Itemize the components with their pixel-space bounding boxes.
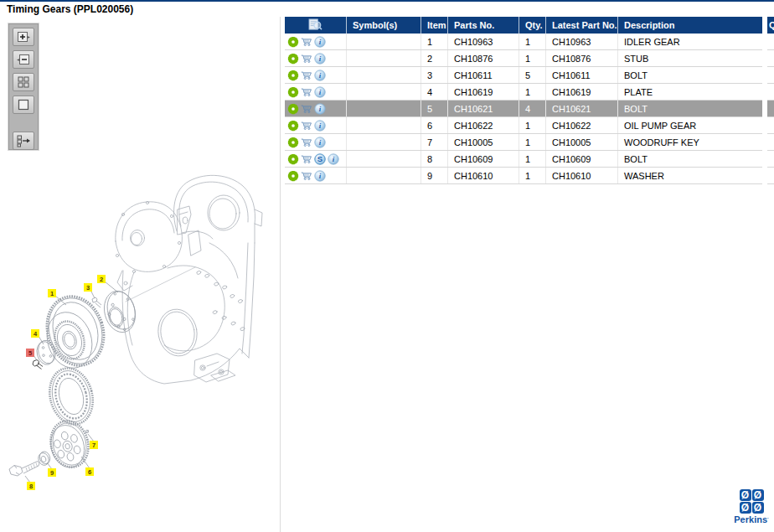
header-description[interactable]: Description <box>618 17 762 34</box>
clipped-column: Q <box>767 17 774 184</box>
item-cell: 7 <box>421 134 448 150</box>
info-icon[interactable]: i <box>314 53 326 65</box>
table-row[interactable]: Si8CH106091CH10609BOLT <box>285 151 762 168</box>
callout-balloon-6[interactable]: 6 <box>85 467 94 476</box>
clipped-cell <box>767 50 774 67</box>
idler-gear-drawing <box>39 289 113 374</box>
header-symbols[interactable]: Symbol(s) <box>347 17 421 34</box>
clipped-cell <box>767 134 774 151</box>
latest-part-no-cell: CH10621 <box>546 101 618 116</box>
header-qty[interactable]: Qty. <box>519 17 546 34</box>
item-cell: 1 <box>421 34 448 49</box>
parts-table-body: i1CH109631CH10963IDLER GEARi2CH108761CH1… <box>285 34 762 184</box>
timing-case-drawing <box>116 175 262 384</box>
logo-wordmark: Perkins. <box>734 514 769 524</box>
latest-part-no-cell: CH10619 <box>546 84 618 100</box>
callout-balloon-8[interactable]: 8 <box>27 482 35 490</box>
cart-icon[interactable] <box>301 137 312 148</box>
description-cell: BOLT <box>618 151 762 167</box>
table-row[interactable]: i7CH100051CH10005WOODRUFF KEY <box>285 134 762 151</box>
info-icon[interactable]: i <box>314 120 326 132</box>
callout-balloon-4[interactable]: 4 <box>31 329 39 338</box>
callout-balloon-3[interactable]: 3 <box>84 283 92 292</box>
cart-icon[interactable] <box>301 86 312 98</box>
clipped-cell <box>767 117 774 134</box>
table-row[interactable]: i5CH106214CH10621BOLT <box>285 101 762 117</box>
gear-icon[interactable] <box>287 137 299 148</box>
logo-glyph-icon: Ø <box>740 489 751 501</box>
cart-icon[interactable] <box>301 36 312 48</box>
info-icon[interactable]: i <box>328 153 339 165</box>
symbol-cell <box>347 67 421 83</box>
perkins-logo: Ø Ø Ø Ø Perkins. <box>734 489 769 524</box>
export-list-button[interactable] <box>13 132 34 150</box>
cart-icon[interactable] <box>301 103 312 115</box>
header-parts-no[interactable]: Parts No. <box>448 17 519 34</box>
info-icon[interactable]: i <box>314 86 326 98</box>
clipped-cell <box>767 151 774 168</box>
fit-view-button[interactable] <box>13 96 34 114</box>
gear-icon[interactable] <box>287 70 299 81</box>
callout-balloon-2[interactable]: 2 <box>97 275 106 283</box>
table-row[interactable]: i9CH106101CH10610WASHER <box>285 168 762 184</box>
parts-no-cell: CH10963 <box>448 34 519 49</box>
callout-balloon-9[interactable]: 9 <box>48 468 56 477</box>
gear-icon[interactable] <box>287 36 299 48</box>
callout-balloon-1[interactable]: 1 <box>48 289 56 297</box>
page-title: Timing Gears (PPL020056) <box>7 3 133 15</box>
row-action-icons: i <box>285 67 347 83</box>
clipped-column-body <box>767 34 774 184</box>
cart-icon[interactable] <box>301 53 312 65</box>
item-cell: 9 <box>421 168 448 183</box>
parts-table: Symbol(s) Item Parts No. Qty. Latest Par… <box>285 17 762 184</box>
woodruff-key-drawing <box>85 430 88 432</box>
cart-icon[interactable] <box>301 70 312 81</box>
callout-balloon-5[interactable]: 5 <box>26 349 34 357</box>
gear-icon[interactable] <box>287 86 299 98</box>
table-row[interactable]: i1CH109631CH10963IDLER GEAR <box>285 34 762 50</box>
table-row[interactable]: i6CH106221CH10622OIL PUMP GEAR <box>285 117 762 134</box>
zoom-in-icon <box>16 29 31 44</box>
cart-icon[interactable] <box>301 120 312 132</box>
info-icon[interactable]: i <box>314 170 326 182</box>
latest-part-no-cell: CH10609 <box>546 151 618 167</box>
table-row[interactable]: i2CH108761CH10876STUB <box>285 50 762 67</box>
tile-view-button[interactable] <box>13 73 34 91</box>
substitute-icon[interactable]: S <box>314 153 326 165</box>
clipped-cell <box>767 84 774 101</box>
qty-cell: 1 <box>519 151 546 167</box>
row-action-icons: i <box>285 168 347 183</box>
perkins-logo-mark: Ø Ø Ø Ø <box>734 489 769 514</box>
qty-cell: 1 <box>519 168 546 183</box>
clipped-cell <box>767 34 774 50</box>
item-cell: 4 <box>421 84 448 100</box>
description-cell: WOODRUFF KEY <box>618 134 762 150</box>
gear-icon[interactable] <box>287 53 299 65</box>
gear-icon[interactable] <box>287 103 299 115</box>
table-row[interactable]: i3CH106115CH10611BOLT <box>285 67 762 84</box>
export-list-icon <box>16 133 31 148</box>
info-icon[interactable]: i <box>314 103 326 115</box>
header-preview-column[interactable] <box>285 17 347 34</box>
gear-icon[interactable] <box>287 153 299 165</box>
info-icon[interactable]: i <box>314 70 326 81</box>
clipped-cell <box>767 101 774 117</box>
description-cell: IDLER GEAR <box>618 34 762 49</box>
header-item[interactable]: Item <box>421 17 448 34</box>
description-cell: PLATE <box>618 84 762 100</box>
callout-balloon-7[interactable]: 7 <box>90 441 98 449</box>
parts-no-cell: CH10611 <box>448 67 519 83</box>
ring-gear-drawing <box>44 364 99 430</box>
cart-icon[interactable] <box>301 153 312 165</box>
info-icon[interactable]: i <box>314 137 326 148</box>
header-latest-part-no[interactable]: Latest Part No. <box>546 17 618 34</box>
cart-icon[interactable] <box>301 170 312 182</box>
gear-icon[interactable] <box>287 120 299 132</box>
gear-icon[interactable] <box>287 170 299 182</box>
zoom-in-button[interactable] <box>13 28 34 46</box>
description-cell: OIL PUMP GEAR <box>618 117 762 133</box>
info-icon[interactable]: i <box>314 36 326 48</box>
table-row[interactable]: i4CH106191CH10619PLATE <box>285 84 762 101</box>
item-cell: 3 <box>421 67 448 83</box>
zoom-out-button[interactable] <box>13 50 34 69</box>
